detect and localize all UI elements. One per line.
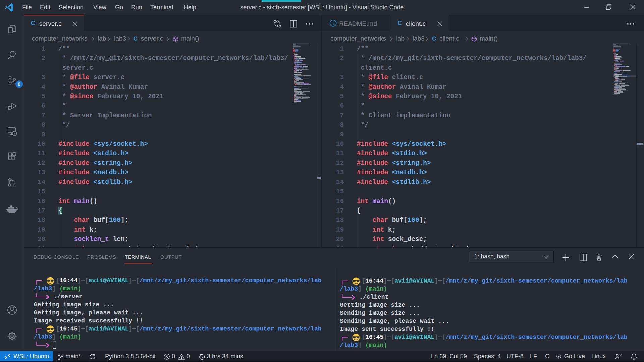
svg-text:8: 8 <box>18 81 20 87</box>
